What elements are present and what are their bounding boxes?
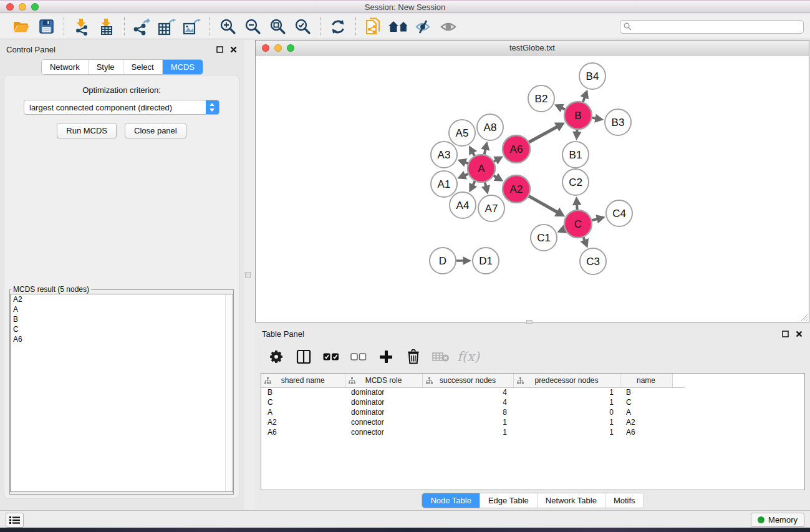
table-cell[interactable]: A2 [620, 417, 672, 427]
export-image-button[interactable] [180, 16, 205, 37]
table-cell[interactable]: 0 [513, 407, 620, 417]
select-all-columns-button[interactable] [321, 347, 342, 367]
table-cell[interactable]: B [261, 387, 345, 397]
splitter-handle[interactable] [245, 272, 251, 278]
graph-node-D[interactable]: D [430, 248, 456, 274]
close-window-button[interactable] [6, 3, 14, 11]
task-history-button[interactable] [6, 513, 24, 528]
table-cell[interactable]: dominator [345, 407, 422, 417]
delete-column-button[interactable] [403, 347, 424, 367]
table-row[interactable]: A2connector11A2 [261, 417, 685, 427]
hide-selected-button[interactable] [411, 16, 436, 37]
column-header-name[interactable]: name [620, 374, 672, 387]
column-header-shared-name[interactable]: shared name [261, 374, 345, 387]
mcds-result-item[interactable]: C [11, 324, 233, 334]
mcds-result-item[interactable]: A2 [11, 294, 233, 304]
table-cell[interactable]: 1 [513, 427, 620, 437]
table-tab-motifs[interactable]: Motifs [605, 493, 644, 508]
close-panel-button[interactable] [228, 44, 238, 54]
table-cell[interactable]: 1 [422, 427, 513, 437]
graph-node-A3[interactable]: A3 [431, 142, 457, 168]
graph-node-B4[interactable]: B4 [579, 63, 605, 89]
create-column-button[interactable] [375, 347, 397, 367]
graph-node-C[interactable]: C [564, 210, 592, 238]
network-view-titlebar[interactable]: testGlobe.txt [256, 41, 809, 56]
graph-node-C4[interactable]: C4 [606, 200, 632, 226]
graph-node-D1[interactable]: D1 [473, 248, 499, 274]
import-network-button[interactable] [69, 16, 94, 37]
run-mcds-button[interactable]: Run MCDS [57, 123, 117, 138]
node-table[interactable]: shared nameMCDS rolesuccessor nodesprede… [261, 374, 685, 437]
table-cell[interactable]: 1 [422, 417, 513, 427]
delete-table-button[interactable] [430, 347, 451, 367]
table-row[interactable]: Bdominator41B [261, 387, 685, 397]
memory-button[interactable]: Memory [751, 513, 804, 527]
table-tab-network-table[interactable]: Network Table [537, 493, 605, 508]
table-cell[interactable]: A2 [261, 417, 345, 427]
graph-node-B1[interactable]: B1 [562, 142, 589, 168]
graph-node-B3[interactable]: B3 [605, 109, 631, 135]
zoom-out-button[interactable] [240, 16, 265, 37]
optimization-select[interactable]: largest connected component (directed) [24, 100, 219, 115]
table-cell[interactable]: 4 [422, 387, 513, 397]
export-table-button[interactable] [155, 16, 180, 37]
mcds-result-item[interactable]: B [11, 314, 233, 324]
table-cell[interactable]: dominator [345, 387, 422, 397]
table-row[interactable]: A6connector11A6 [261, 427, 685, 437]
table-tab-node-table[interactable]: Node Table [422, 493, 480, 508]
graph-node-B2[interactable]: B2 [528, 85, 554, 112]
table-row[interactable]: Adominator80A [261, 407, 685, 417]
horizontal-splitter-handle[interactable] [526, 320, 533, 324]
save-session-button[interactable] [34, 16, 59, 37]
graph-node-B[interactable]: B [564, 102, 592, 129]
minimize-window-button[interactable] [19, 3, 26, 11]
graph-node-A[interactable]: A [468, 155, 495, 182]
network-file-button[interactable] [361, 16, 386, 37]
graph-node-A6[interactable]: A6 [503, 135, 530, 163]
table-cell[interactable]: 1 [513, 417, 620, 427]
column-header-successor-nodes[interactable]: successor nodes [422, 374, 513, 387]
table-settings-button[interactable] [266, 347, 287, 367]
table-cell[interactable]: A6 [620, 427, 672, 437]
network-graph[interactable]: AA1A3A5A8A4A7A6A2BB2B4B3B1CC2C4C1C3DD1 [256, 56, 809, 322]
deselect-all-columns-button[interactable] [348, 347, 369, 367]
frame-close-button[interactable] [262, 44, 269, 52]
close-panel-action-button[interactable]: Close panel [125, 123, 186, 138]
mcds-result-item[interactable]: A [11, 304, 233, 314]
table-cell[interactable]: B [620, 387, 672, 397]
table-cell[interactable]: A6 [261, 427, 345, 437]
graph-edge-A2-C[interactable] [529, 196, 558, 212]
import-table-button[interactable] [94, 16, 119, 37]
graph-node-C2[interactable]: C2 [562, 169, 589, 195]
table-cell[interactable]: C [261, 397, 345, 407]
show-all-button[interactable] [436, 16, 461, 37]
resize-grip-icon[interactable] [799, 312, 808, 321]
first-neighbors-button[interactable] [386, 16, 411, 37]
table-cell[interactable]: A [620, 407, 672, 417]
table-cell[interactable]: 1 [513, 387, 620, 397]
tab-select[interactable]: Select [123, 60, 162, 74]
column-header-MCDS-role[interactable]: MCDS role [345, 374, 422, 387]
graph-node-A7[interactable]: A7 [478, 195, 504, 221]
frame-minimize-button[interactable] [274, 44, 282, 52]
table-cell[interactable]: C [620, 397, 672, 407]
graph-node-A8[interactable]: A8 [477, 114, 503, 140]
function-builder-button[interactable]: f(x) [458, 347, 479, 367]
frame-zoom-button[interactable] [287, 44, 294, 52]
table-cell[interactable]: A [261, 407, 345, 417]
table-row[interactable]: Cdominator41C [261, 397, 685, 407]
tab-style[interactable]: Style [88, 60, 123, 74]
table-cell[interactable]: dominator [345, 397, 422, 407]
graph-edge-A6-B[interactable] [529, 127, 557, 142]
tab-network[interactable]: Network [42, 60, 88, 74]
graph-node-A4[interactable]: A4 [450, 192, 476, 218]
table-cell[interactable]: 8 [422, 407, 513, 417]
network-canvas[interactable]: AA1A3A5A8A4A7A6A2BB2B4B3B1CC2C4C1C3DD1 [256, 56, 809, 322]
table-cell[interactable]: connector [345, 427, 422, 437]
graph-node-A2[interactable]: A2 [503, 175, 530, 203]
column-header-predecessor-nodes[interactable]: predecessor nodes [513, 374, 620, 387]
vertical-splitter[interactable] [244, 40, 255, 510]
mcds-result-item[interactable]: A6 [11, 334, 233, 344]
table-tab-edge-table[interactable]: Edge Table [480, 493, 537, 508]
tab-mcds[interactable]: MCDS [162, 60, 203, 74]
